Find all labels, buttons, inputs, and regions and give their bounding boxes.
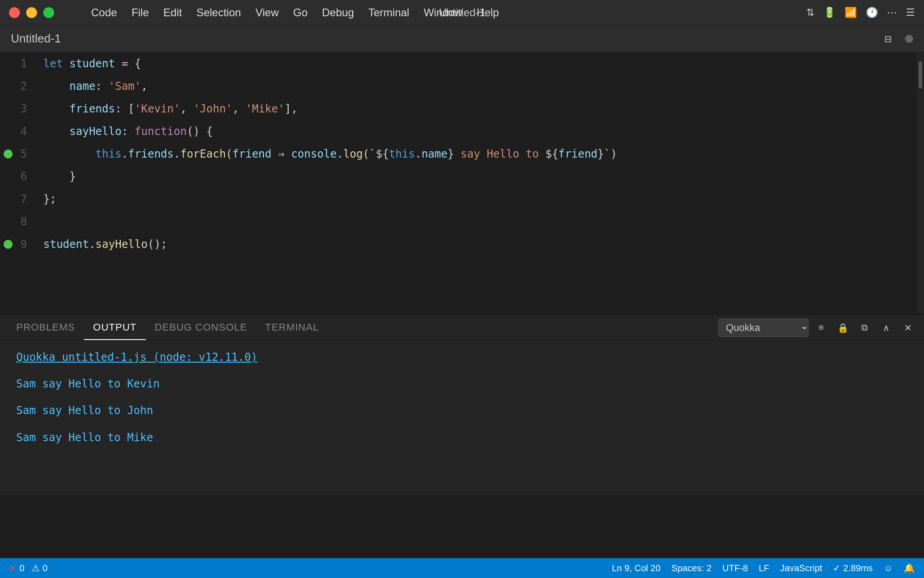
close-panel-icon[interactable]: ✕: [899, 319, 917, 337]
code-token: sayHello: [96, 233, 148, 256]
code-line[interactable]: friends: ['Kevin', 'John', 'Mike'],: [36, 98, 924, 120]
code-token: student: [69, 52, 115, 75]
code-token: 'Sam': [109, 75, 141, 98]
traffic-lights: [9, 7, 54, 18]
language-mode[interactable]: JavaScript: [780, 563, 822, 573]
line-number: 5: [0, 143, 36, 165]
tab-terminal[interactable]: TERMINAL: [256, 315, 328, 340]
code-line[interactable]: name: 'Sam',: [36, 75, 924, 98]
code-token: ],: [285, 98, 298, 120]
code-token: name: [421, 143, 448, 165]
line-number: 9: [0, 233, 36, 256]
extension-status[interactable]: ✓ 2.89ms: [833, 563, 873, 573]
line-number: 1: [0, 52, 36, 75]
editor-area: 123456789 let student = { name: 'Sam', f…: [0, 52, 924, 314]
menu-debug[interactable]: Debug: [322, 6, 354, 19]
code-token: (: [226, 143, 232, 165]
status-bar-left: ✕ 0 ⚠ 0: [9, 563, 47, 573]
notification-bell[interactable]: 🔔: [904, 563, 915, 573]
menu-icon: ☰: [906, 7, 915, 19]
line-number: 8: [0, 210, 36, 233]
code-token: ,: [232, 98, 245, 120]
code-token: ,: [180, 98, 193, 120]
code-token: friends: [128, 143, 174, 165]
output-source-select[interactable]: Quokka: [718, 319, 808, 337]
breakpoint-dot[interactable]: [4, 149, 13, 158]
code-token: forEach: [180, 143, 226, 165]
code-token: let: [43, 52, 69, 75]
close-button[interactable]: [9, 7, 20, 18]
eol-sequence[interactable]: LF: [759, 563, 769, 573]
line-number: 3: [0, 98, 36, 120]
code-token: : [: [115, 98, 134, 120]
code-token: friend: [232, 143, 272, 165]
line-numbers-gutter: 123456789: [0, 52, 36, 314]
code-token: .: [415, 143, 421, 165]
code-token: .: [89, 233, 95, 256]
code-line[interactable]: };: [36, 188, 924, 210]
code-line[interactable]: this.friends.forEach(friend ⇒ console.lo…: [36, 143, 924, 165]
editor-scrollbar[interactable]: [917, 52, 924, 314]
tab-debug-console[interactable]: DEBUG CONSOLE: [146, 315, 256, 340]
code-line[interactable]: }: [36, 165, 924, 188]
code-token: friend: [559, 143, 598, 165]
panel-output: Quokka untitled-1.js (node: v12.11.0)Sam…: [0, 340, 924, 495]
code-token: 'Mike': [245, 98, 285, 120]
code-token: };: [43, 188, 56, 210]
wifi-icon: 📶: [845, 7, 857, 19]
code-editor[interactable]: let student = { name: 'Sam', friends: ['…: [36, 52, 924, 314]
copy-output-icon[interactable]: ⧉: [855, 319, 873, 337]
menu-edit[interactable]: Edit: [163, 6, 182, 19]
code-token: .: [337, 143, 343, 165]
notification-icon: ⋯: [887, 7, 897, 19]
code-token: this: [389, 143, 415, 165]
encoding[interactable]: UTF-8: [722, 563, 748, 573]
breakpoint-dot[interactable]: [4, 240, 13, 249]
unsaved-indicator: [905, 35, 913, 43]
code-token: function: [134, 120, 187, 143]
menu-go[interactable]: Go: [293, 6, 308, 19]
maximize-button[interactable]: [43, 7, 54, 18]
tab-problems[interactable]: PROBLEMS: [7, 315, 84, 340]
output-line: Quokka untitled-1.js (node: v12.11.0): [16, 348, 908, 367]
code-token: :: [121, 120, 134, 143]
code-token: }: [43, 165, 76, 188]
menu-selection[interactable]: Selection: [196, 6, 241, 19]
editor-tab-icons: ⊟: [880, 31, 913, 47]
scrollbar-thumb[interactable]: [919, 61, 922, 89]
menu-view[interactable]: View: [255, 6, 279, 19]
minimize-button[interactable]: [26, 7, 37, 18]
line-number: 2: [0, 75, 36, 98]
code-line[interactable]: [36, 210, 924, 233]
code-line[interactable]: sayHello: function() {: [36, 120, 924, 143]
code-token: () {: [187, 120, 213, 143]
code-token: = {: [115, 52, 141, 75]
split-editor-icon[interactable]: ⊟: [880, 31, 896, 47]
output-line: Sam say Hello to Kevin: [16, 374, 908, 394]
code-line[interactable]: let student = {: [36, 52, 924, 75]
panel-controls: Quokka ≡ 🔒 ⧉ ∧ ✕: [718, 319, 917, 337]
clear-output-icon[interactable]: ≡: [812, 319, 830, 337]
menu-code[interactable]: Code: [91, 6, 117, 19]
feedback-icon[interactable]: ☺: [884, 563, 893, 573]
window-title: Untitled-1: [439, 6, 485, 19]
cursor-position[interactable]: Ln 9, Col 20: [612, 563, 661, 573]
code-token: say Hello to: [454, 143, 545, 165]
code-token: this: [43, 143, 121, 165]
tab-output[interactable]: OUTPUT: [84, 315, 145, 340]
lock-icon[interactable]: 🔒: [834, 319, 852, 337]
menu-terminal[interactable]: Terminal: [368, 6, 409, 19]
error-count[interactable]: ✕ 0 ⚠ 0: [9, 563, 47, 573]
system-status-icons: ⇅ 🔋 📶 🕐 ⋯ ☰: [806, 7, 915, 19]
indentation[interactable]: Spaces: 2: [671, 563, 711, 573]
code-line[interactable]: student.sayHello();: [36, 233, 924, 256]
collapse-up-icon[interactable]: ∧: [877, 319, 895, 337]
status-bar-right: Ln 9, Col 20 Spaces: 2 UTF-8 LF JavaScri…: [612, 563, 915, 573]
panel: PROBLEMS OUTPUT DEBUG CONSOLE TERMINAL Q…: [0, 314, 924, 495]
network-icon: ⇅: [806, 7, 814, 19]
editor-tab[interactable]: Untitled-1: [11, 32, 61, 46]
menu-file[interactable]: File: [131, 6, 149, 19]
code-token: ,: [141, 75, 148, 98]
code-token: .: [174, 143, 180, 165]
code-token: 'Kevin': [134, 98, 180, 120]
